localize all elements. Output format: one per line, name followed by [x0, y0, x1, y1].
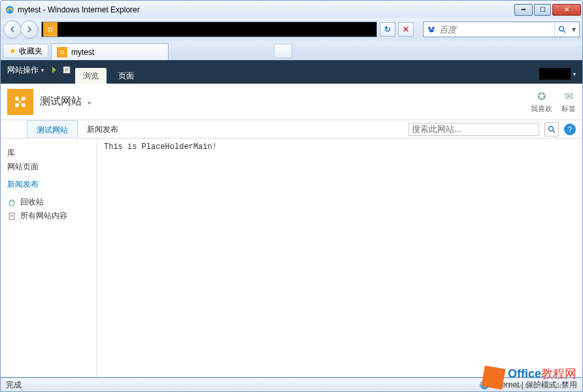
- status-text: 完成: [6, 380, 22, 391]
- browser-search-box: ▾: [423, 22, 580, 37]
- tags-button[interactable]: ✉ 标签: [561, 90, 576, 114]
- user-name-redacted: [539, 68, 571, 80]
- internet-zone-icon: [480, 380, 489, 389]
- tab-title: mytest: [71, 48, 94, 57]
- svg-point-3: [51, 27, 53, 29]
- browser-tab-row: ★ 收藏夹 mytest: [0, 41, 583, 60]
- placeholder-text: This is PlaceHolderMain!: [104, 142, 217, 152]
- address-bar: [41, 22, 377, 37]
- breadcrumb-arrow-icon: ▸: [88, 99, 92, 106]
- minimize-button[interactable]: ━: [514, 4, 533, 16]
- user-menu[interactable]: ▾: [539, 68, 576, 84]
- search-go-button[interactable]: [554, 22, 569, 37]
- site-search-area: ?: [408, 120, 582, 138]
- back-button[interactable]: [3, 20, 22, 39]
- star-icon: ★: [9, 46, 16, 56]
- site-search-input[interactable]: [408, 123, 539, 136]
- close-button[interactable]: ✕: [552, 4, 581, 16]
- site-title-breadcrumb[interactable]: 测试网站 ▸: [40, 95, 92, 108]
- favorites-label: 收藏夹: [19, 46, 42, 57]
- topnav-item-news[interactable]: 新闻发布: [78, 120, 127, 138]
- browser-statusbar: 完成 Internet | 保护模式: 禁用: [0, 378, 583, 392]
- browser-nav-toolbar: ↻ ✕ ▾: [0, 18, 583, 41]
- tags-icon: ✉: [561, 90, 576, 104]
- site-header: 测试网站 ▸ ✪ 我喜欢 ✉ 标签: [1, 84, 582, 120]
- status-right: Internet | 保护模式: 禁用: [480, 380, 577, 391]
- svg-point-22: [549, 126, 554, 131]
- svg-point-2: [48, 27, 50, 29]
- like-icon: ✪: [531, 90, 552, 104]
- maximize-button[interactable]: ☐: [534, 4, 551, 16]
- search-provider-dropdown[interactable]: ▾: [569, 25, 579, 34]
- tab-favicon: [57, 47, 67, 57]
- chevron-down-icon: ▾: [573, 71, 576, 77]
- chevron-down-icon: ▾: [41, 67, 44, 73]
- leftnav-link-allcontent[interactable]: 所有网站内容: [7, 210, 90, 221]
- browser-search-input[interactable]: [439, 25, 554, 35]
- main-content: This is PlaceHolderMain!: [97, 139, 582, 377]
- svg-rect-1: [46, 25, 54, 33]
- address-input[interactable]: [59, 23, 376, 36]
- document-icon: [7, 212, 16, 221]
- leftnav-heading-lib[interactable]: 库: [7, 148, 90, 159]
- site-topnav: 测试网站 新闻发布 ?: [1, 120, 582, 139]
- topnav-item-home[interactable]: 测试网站: [27, 120, 78, 138]
- ribbon-tab-browse[interactable]: 浏览: [75, 68, 107, 84]
- browser-tab[interactable]: mytest: [51, 43, 169, 60]
- svg-point-4: [48, 30, 50, 32]
- svg-point-6: [428, 27, 431, 29]
- leftnav-link-pages[interactable]: 网站页面: [7, 161, 90, 172]
- window-controls: ━ ☐ ✕: [514, 4, 581, 16]
- leftnav-link-recycle[interactable]: 回收站: [7, 197, 90, 208]
- svg-point-8: [429, 29, 434, 33]
- site-search-button[interactable]: [544, 122, 559, 137]
- quick-launch: 库 网站页面 新闻发布 回收站 所有网站内容: [1, 139, 97, 377]
- svg-point-11: [60, 50, 61, 52]
- favorites-button[interactable]: ★ 收藏夹: [3, 44, 48, 58]
- header-actions: ✪ 我喜欢 ✉ 标签: [531, 90, 576, 114]
- search-provider-icon: [425, 24, 437, 35]
- nav-buttons: [3, 20, 39, 39]
- svg-point-7: [432, 27, 435, 29]
- svg-line-10: [563, 31, 565, 33]
- site-title: 测试网站: [40, 95, 82, 106]
- site-actions-menu[interactable]: 网站操作 ▾: [7, 60, 44, 84]
- site-body: 库 网站页面 新闻发布 回收站 所有网站内容 This is PlaceHo: [1, 139, 582, 377]
- ie-icon: [5, 5, 15, 15]
- refresh-button[interactable]: ↻: [380, 22, 395, 37]
- svg-point-12: [63, 50, 64, 52]
- window-title: mytest - Windows Internet Explorer: [18, 5, 514, 14]
- site-actions-label: 网站操作: [7, 65, 39, 76]
- svg-point-13: [60, 52, 61, 54]
- navigate-up-button[interactable]: [48, 60, 58, 84]
- forward-button[interactable]: [20, 20, 39, 39]
- svg-point-9: [559, 27, 563, 31]
- site-logo[interactable]: [7, 89, 33, 115]
- new-tab-button[interactable]: [274, 44, 292, 58]
- stop-button[interactable]: ✕: [398, 22, 414, 37]
- window-titlebar: mytest - Windows Internet Explorer ━ ☐ ✕: [0, 0, 583, 18]
- page-viewport: 网站操作 ▾ 浏览 页面 ▾ 测试网站 ▸ ✪: [0, 60, 583, 378]
- svg-point-14: [63, 52, 64, 54]
- security-zone-text: Internet | 保护模式: 禁用: [493, 380, 577, 391]
- edit-button[interactable]: [62, 60, 71, 84]
- svg-line-23: [553, 131, 555, 133]
- help-button[interactable]: ?: [564, 123, 576, 135]
- like-button[interactable]: ✪ 我喜欢: [531, 90, 552, 114]
- recycle-bin-icon: [7, 198, 16, 207]
- sharepoint-ribbon: 网站操作 ▾ 浏览 页面 ▾: [1, 60, 582, 84]
- ribbon-tab-page[interactable]: 页面: [110, 68, 142, 84]
- leftnav-link-news[interactable]: 新闻发布: [7, 179, 90, 190]
- svg-point-5: [51, 30, 53, 32]
- site-favicon: [43, 22, 58, 37]
